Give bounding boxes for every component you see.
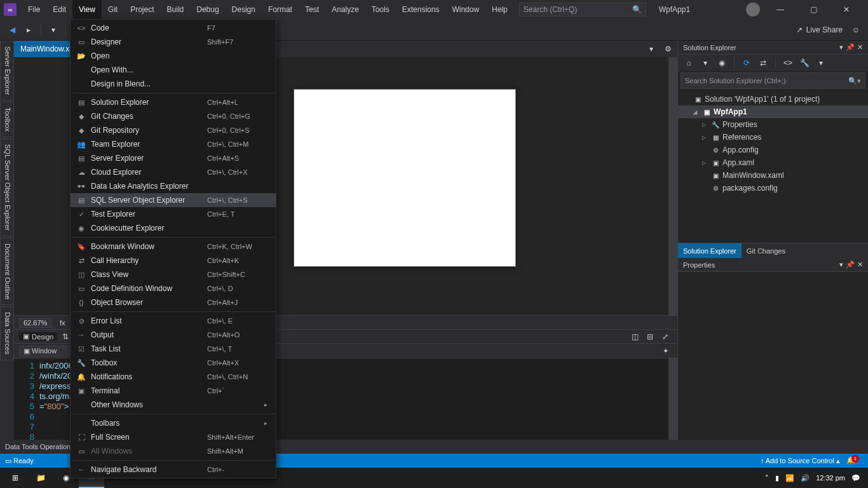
menu-format[interactable]: Format <box>262 0 299 19</box>
menu-item[interactable]: ☁Cloud ExplorerCtrl+\, Ctrl+X <box>71 165 276 179</box>
tree-item[interactable]: ⚙App.config <box>678 144 868 156</box>
menu-item[interactable]: ⛶Full ScreenShift+Alt+Enter <box>71 430 276 444</box>
menu-tools[interactable]: Tools <box>365 0 396 19</box>
collapse-icon[interactable]: ▾ <box>698 56 712 70</box>
maximize-button[interactable]: ▢ <box>801 0 826 19</box>
dropdown-icon[interactable]: ▾ <box>839 43 843 51</box>
minimize-button[interactable]: — <box>768 0 793 19</box>
rail-tab[interactable]: Toolbox <box>0 102 14 137</box>
menu-extensions[interactable]: Extensions <box>396 0 446 19</box>
refresh-icon[interactable]: ⟳ <box>740 56 754 70</box>
menu-item[interactable]: Toolbars▸ <box>71 416 276 430</box>
split-icon[interactable]: ⊟ <box>643 330 657 344</box>
nav-fwd-icon[interactable]: ▸ <box>22 23 36 37</box>
tab-git-changes[interactable]: Git Changes <box>742 243 790 259</box>
start-menu-button[interactable]: ⊞ <box>3 468 28 488</box>
menu-item[interactable]: ▤SQL Server Object ExplorerCtrl+\, Ctrl+… <box>71 193 276 207</box>
menu-git[interactable]: Git <box>102 0 124 19</box>
menu-item[interactable]: ▤Solution ExplorerCtrl+Alt+L <box>71 95 276 109</box>
menu-item[interactable]: ◆Git RepositoryCtrl+0, Ctrl+S <box>71 123 276 137</box>
menu-view[interactable]: View <box>72 0 102 19</box>
menu-item[interactable]: ⇄Call HierarchyCtrl+Alt+K <box>71 254 276 268</box>
menu-item[interactable]: Design in Blend... <box>71 77 276 91</box>
menu-item[interactable]: ◉Cookiecutter Explorer <box>71 221 276 235</box>
battery-icon[interactable]: ▮ <box>775 474 779 482</box>
close-icon[interactable]: ✕ <box>857 261 863 269</box>
explorer-icon[interactable]: 📁 <box>28 468 53 488</box>
menu-item[interactable]: 🔔NotificationsCtrl+\, Ctrl+N <box>71 370 276 384</box>
menu-item[interactable]: Open With... <box>71 63 276 77</box>
menu-item[interactable]: 🔧ToolboxCtrl+Alt+X <box>71 356 276 370</box>
menu-analyze[interactable]: Analyze <box>325 0 365 19</box>
split-icon[interactable]: ✦ <box>658 344 672 358</box>
menu-item[interactable]: ▭DesignerShift+F7 <box>71 35 276 49</box>
tab-design[interactable]: ▣ Design <box>19 332 57 341</box>
menu-item[interactable]: 👥Team ExplorerCtrl+\, Ctrl+M <box>71 137 276 151</box>
rail-tab[interactable]: Server Explorer <box>0 41 14 100</box>
menu-edit[interactable]: Edit <box>46 0 72 19</box>
tree-item[interactable]: ▣Solution 'WpfApp1' (1 of 1 project) <box>678 93 868 105</box>
new-icon[interactable]: ▾ <box>46 23 60 37</box>
wifi-icon[interactable]: 📶 <box>785 474 794 482</box>
tray-up-icon[interactable]: ˄ <box>765 474 769 482</box>
rail-tab[interactable]: Document Outline <box>0 238 14 305</box>
close-button[interactable]: ✕ <box>834 0 859 19</box>
menu-item[interactable]: →OutputCtrl+Alt+O <box>71 328 276 342</box>
search-input[interactable]: Search (Ctrl+Q) 🔍 <box>519 3 646 17</box>
show-icon[interactable]: ◉ <box>715 56 729 70</box>
pin-icon[interactable]: 📌 <box>846 261 855 269</box>
menu-item[interactable]: Other Windows▸ <box>71 398 276 412</box>
chevron-down-icon[interactable]: ▾ <box>814 56 828 70</box>
tree-item[interactable]: ⚙packages.config <box>678 182 868 194</box>
menu-item[interactable]: ◫Class ViewCtrl+Shift+C <box>71 268 276 281</box>
menu-item[interactable]: {}Object BrowserCtrl+Alt+J <box>71 295 276 309</box>
tree-item[interactable]: ▷🔧Properties <box>678 118 868 131</box>
rail-tab[interactable]: SQL Server Object Explorer <box>0 139 14 236</box>
tree-item[interactable]: ▷▣App.xaml <box>678 156 868 169</box>
tree-item[interactable]: ▣MainWindow.xaml <box>678 169 868 182</box>
tree-item[interactable]: ◢▣WpfApp1 <box>678 105 868 118</box>
zoom-combo[interactable]: 62.67% <box>19 318 51 328</box>
split-icon[interactable]: ◫ <box>628 330 642 344</box>
window-preview[interactable] <box>294 89 516 267</box>
tree-item[interactable]: ▷▦References <box>678 131 868 144</box>
menu-build[interactable]: Build <box>161 0 191 19</box>
tab-dropdown-icon[interactable]: ▾ <box>644 42 658 56</box>
menu-item[interactable]: 📂Open <box>71 49 276 63</box>
menu-debug[interactable]: Debug <box>190 0 225 19</box>
clock[interactable]: 12:32 pm <box>816 474 845 482</box>
gear-icon[interactable]: ⚙ <box>661 42 675 56</box>
volume-icon[interactable]: 🔊 <box>801 474 810 482</box>
menu-item[interactable]: <>CodeF7 <box>71 21 276 35</box>
menu-window[interactable]: Window <box>445 0 485 19</box>
menu-item[interactable]: ☑Task ListCtrl+\, T <box>71 342 276 356</box>
notifications-button[interactable]: 🔔1 <box>846 456 863 465</box>
sync-icon[interactable]: ⇄ <box>756 56 770 70</box>
menu-file[interactable]: File <box>22 0 46 19</box>
scrollbar[interactable] <box>668 57 677 315</box>
menu-item[interactable]: 🔖Bookmark WindowCtrl+K, Ctrl+W <box>71 240 276 254</box>
dropdown-icon[interactable]: ▾ <box>839 261 843 269</box>
notification-center-icon[interactable]: 💬 <box>851 474 860 482</box>
menu-item[interactable]: ◆Git ChangesCtrl+0, Ctrl+G <box>71 109 276 123</box>
feedback-icon[interactable]: ☺ <box>849 23 863 37</box>
swap-icon[interactable]: ⇅ <box>62 332 69 341</box>
menu-item[interactable]: 👓Data Lake Analytics Explorer <box>71 179 276 193</box>
tab-solution-explorer[interactable]: Solution Explorer <box>678 243 742 259</box>
code-icon[interactable]: <> <box>781 56 795 70</box>
close-icon[interactable]: ✕ <box>857 43 863 51</box>
menu-help[interactable]: Help <box>485 0 514 19</box>
menu-design[interactable]: Design <box>226 0 262 19</box>
live-share-button[interactable]: ↗ Live Share <box>796 25 846 34</box>
solution-search[interactable]: Search Solution Explorer (Ctrl+;) 🔍▾ <box>681 72 865 89</box>
expand-icon[interactable]: ⤢ <box>658 330 672 344</box>
fit-icon[interactable]: fx <box>55 316 69 330</box>
menu-item[interactable]: ✓Test ExplorerCtrl+E, T <box>71 207 276 221</box>
menu-item[interactable]: ▣TerminalCtrl+` <box>71 384 276 398</box>
menu-item[interactable]: ▤Server ExplorerCtrl+Alt+S <box>71 151 276 165</box>
pin-icon[interactable]: 📌 <box>846 43 855 51</box>
menu-item[interactable]: ▭Code Definition WindowCtrl+\, D <box>71 281 276 295</box>
menu-item[interactable]: ←Navigate BackwardCtrl+- <box>71 463 276 477</box>
menu-item[interactable]: ⊘Error ListCtrl+\, E <box>71 314 276 328</box>
wrench-icon[interactable]: 🔧 <box>797 56 811 70</box>
